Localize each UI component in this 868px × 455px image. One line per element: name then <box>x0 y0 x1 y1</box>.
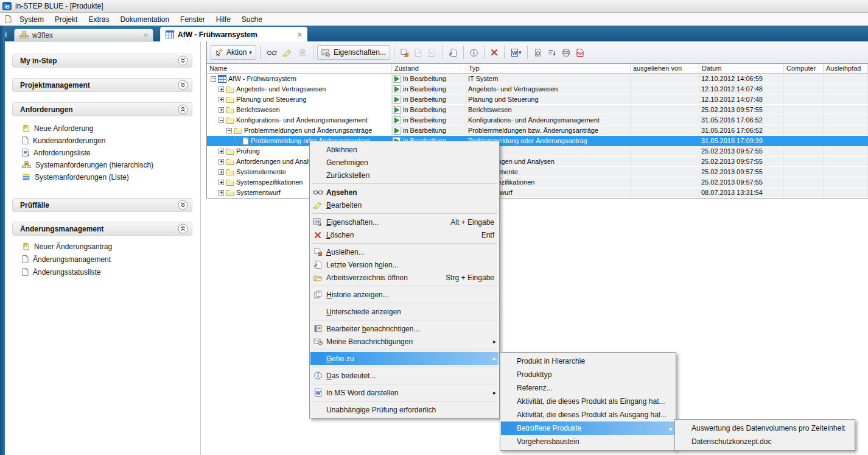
sidebar-item-änderungsstatusliste[interactable]: Änderungsstatusliste <box>22 266 198 278</box>
chevron-double-down-icon[interactable] <box>178 200 188 210</box>
menu-item-bearbeiten[interactable]: Bearbeiten <box>310 199 499 211</box>
table-row[interactable]: Problemmeldungen und Änderungsanträgein … <box>207 125 868 136</box>
menu-item-fenster[interactable]: Fenster <box>175 14 211 25</box>
menu-item-vorgehensbaustein[interactable]: Vorgehensbaustein <box>501 435 675 448</box>
menu-item-ausleihen[interactable]: Ausleihen... <box>310 245 499 258</box>
print-button[interactable] <box>559 45 573 60</box>
plus-box-icon[interactable] <box>219 86 224 92</box>
table-row[interactable]: Konfigurations- und Änderungsmanagementi… <box>207 115 868 125</box>
menu-item-bearbeiter-benachrichtigen[interactable]: Bearbeiter benachrichtigen... <box>310 322 499 335</box>
column-header-zustand[interactable]: Zustand <box>392 64 466 73</box>
menu-item-ablehnen[interactable]: Ablehnen <box>310 143 499 156</box>
edit-button[interactable] <box>281 45 295 60</box>
menu-item-extras[interactable]: Extras <box>83 14 114 25</box>
plus-box-icon[interactable] <box>219 97 224 102</box>
menu-item-datenschutzkonzept-doc[interactable]: Datenschutzkonzept.doc <box>676 435 854 448</box>
menu-item-gehe-zu[interactable]: Gehe zu▸ <box>310 352 499 365</box>
plus-box-icon[interactable] <box>219 190 224 196</box>
menu-item-aktivität-die-dieses-produkt-als-eingang-hat[interactable]: Aktivität, die dieses Produkt als Eingan… <box>501 395 675 408</box>
column-header-ausleihpfad[interactable]: Ausleihpfad <box>824 64 868 73</box>
sidebar-section-anforderungen[interactable]: Anforderungen <box>12 102 192 116</box>
column-header-datum[interactable]: Datum <box>699 64 784 73</box>
minus-box-icon[interactable] <box>226 128 232 133</box>
table-row[interactable]: AfW - Frühwarnsystemin BearbeitungIT Sys… <box>207 74 868 84</box>
menu-item-hilfe[interactable]: Hilfe <box>211 14 236 25</box>
menu-item-aktivität-die-dieses-produkt-als-ausgang-hat[interactable]: Aktivität, die dieses Produkt als Ausgan… <box>501 408 675 421</box>
menu-item-genehmigen[interactable]: Genehmigen <box>310 156 499 169</box>
plus-box-icon[interactable] <box>219 149 224 154</box>
pdf-button[interactable]: PDF <box>574 45 586 60</box>
menu-item-zurückstellen[interactable]: Zurückstellen <box>310 169 499 182</box>
sidebar-item-neuer-änderungsantrag[interactable]: Neuer Änderungsantrag <box>22 241 198 252</box>
table-row[interactable]: Prüfungin BearbeitungPrüfung25.02.2013 0… <box>207 146 868 157</box>
menu-item-eigenschaften[interactable]: Eigenschaften...Alt + Eingabe <box>310 216 499 228</box>
table-row[interactable]: Systemspezifikationenin BearbeitungSyste… <box>207 177 868 188</box>
datum-cell: 25.02.2013 09:57:55 <box>699 105 784 115</box>
column-header-ausgeliehen-von[interactable]: ausgeliehen von <box>631 64 699 73</box>
menu-item-historie-anzeigen[interactable]: Historie anzeigen... <box>310 288 499 301</box>
tab-close-icon[interactable]: × <box>143 31 148 39</box>
tab-afw-frühwarnsystem[interactable]: AfW - Frühwarnsystem× <box>160 27 307 41</box>
sidebar-section-my-in-step[interactable]: My in-Step <box>12 54 192 68</box>
menu-item-das-bedeutet[interactable]: Das bedeutet... <box>310 369 499 382</box>
properties-button[interactable]: Eigenschaften... <box>317 45 390 60</box>
sidebar-item-kundenanforderungen[interactable]: Kundenanforderungen <box>22 135 198 146</box>
tab-w3flex[interactable]: w3flex× <box>14 29 153 41</box>
column-header-computer[interactable]: Computer <box>784 64 824 73</box>
menu-item-in-ms-word-darstellen[interactable]: WIn MS Word darstellen▸ <box>310 386 499 399</box>
table-row[interactable]: Systemelementein BearbeitungSystemelemen… <box>207 167 868 177</box>
sidebar-item-systemanforderungen-liste[interactable]: Systemanforderungen (Liste) <box>22 171 198 183</box>
action-button[interactable]: Aktion▾ <box>211 45 256 60</box>
chevron-double-up-icon[interactable] <box>178 104 188 115</box>
chevron-double-down-icon[interactable] <box>178 55 188 66</box>
menu-item-unabhängige-prüfung-erforderlich[interactable]: Unabhängige Prüfung erforderlich <box>310 403 499 416</box>
chevron-double-up-icon[interactable] <box>178 224 188 234</box>
plus-box-icon[interactable] <box>219 159 224 164</box>
plus-box-icon[interactable] <box>219 180 224 185</box>
checkout-button[interactable] <box>398 45 411 60</box>
table-row[interactable]: Anforderungen und Analysenin Bearbeitung… <box>207 157 868 167</box>
plus-box-icon[interactable] <box>219 169 224 175</box>
refresh-button[interactable] <box>531 45 544 60</box>
delete-button[interactable] <box>488 45 500 60</box>
info-button[interactable] <box>467 45 480 60</box>
menu-item-referenz[interactable]: Referenz... <box>501 381 675 395</box>
tab-close-icon[interactable]: × <box>297 30 302 38</box>
menu-item-suche[interactable]: Suche <box>236 14 268 25</box>
table-row[interactable]: Berichtswesenin BearbeitungBerichtswesen… <box>207 105 868 115</box>
table-row[interactable]: Planung und Steuerungin BearbeitungPlanu… <box>207 94 868 105</box>
sidebar-item-anforderungsliste[interactable]: Anforderungsliste <box>22 147 198 158</box>
sidebar-item-systemanforderungen-hierarchisch[interactable]: Systemanforderungen (hierarchisch) <box>22 159 198 171</box>
sidebar-item-neue-anforderung[interactable]: Neue Anforderung <box>22 122 198 134</box>
menu-item-system[interactable]: System <box>14 14 49 25</box>
menu-item-letzte-version-holen[interactable]: Letzte Version holen... <box>310 258 499 271</box>
column-header-name[interactable]: Name <box>207 64 392 73</box>
sort-button[interactable] <box>545 45 558 60</box>
menu-item-meine-benachrichtigungen[interactable]: Meine Benachrichtigungen▸ <box>310 335 499 348</box>
menu-item-betroffene-produkte[interactable]: Betroffene Produkte▸ <box>501 421 675 435</box>
menu-item-unterschiede-anzeigen[interactable]: Unterschiede anzeigen <box>310 305 499 318</box>
get-latest-version-button[interactable] <box>447 45 460 60</box>
menu-item-auswertung-des-datenvolumens-pro-zeiteinheit[interactable]: Auswertung des Datenvolumens pro Zeitein… <box>676 421 854 435</box>
menu-item-ansehen[interactable]: Ansehen <box>310 186 499 199</box>
sidebar-section-projektmanagement[interactable]: Projektmanagement <box>12 78 192 92</box>
menu-item-dokumentation[interactable]: Dokumentation <box>114 14 175 25</box>
table-row[interactable]: Angebots- und Vertragswesenin Bearbeitun… <box>207 84 868 94</box>
table-row[interactable]: Systementwurfin BearbeitungSystementwurf… <box>207 188 868 198</box>
view-button[interactable] <box>264 45 279 60</box>
sidebar-section-prüffälle[interactable]: Prüffälle <box>12 198 192 212</box>
minus-box-icon[interactable] <box>219 118 224 123</box>
column-header-typ[interactable]: Typ <box>466 64 631 73</box>
menu-item-projekt[interactable]: Projekt <box>49 14 83 25</box>
menu-item-löschen[interactable]: LöschenEntf <box>310 228 499 241</box>
sidebar-section-änderungsmanagement[interactable]: Änderungsmanagement <box>12 222 192 236</box>
sidebar-item-änderungsmanagement[interactable]: Änderungsmanagement <box>22 253 198 265</box>
minus-box-icon[interactable] <box>211 76 216 82</box>
chevron-double-down-icon[interactable] <box>178 80 188 90</box>
word-button[interactable]: W▾ <box>508 45 524 60</box>
table-row[interactable]: Problemmeldung oder Änderungsantragin Be… <box>207 136 868 146</box>
menu-item-produkt-in-hierarchie[interactable]: Produkt in Hierarchie <box>501 354 675 368</box>
plus-box-icon[interactable] <box>219 107 224 113</box>
menu-item-arbeitsverzeichnis-öffnen[interactable]: Arbeitsverzeichnis öffnenStrg + Eingabe <box>310 271 499 284</box>
menu-item-produkttyp[interactable]: Produkttyp <box>501 368 675 381</box>
